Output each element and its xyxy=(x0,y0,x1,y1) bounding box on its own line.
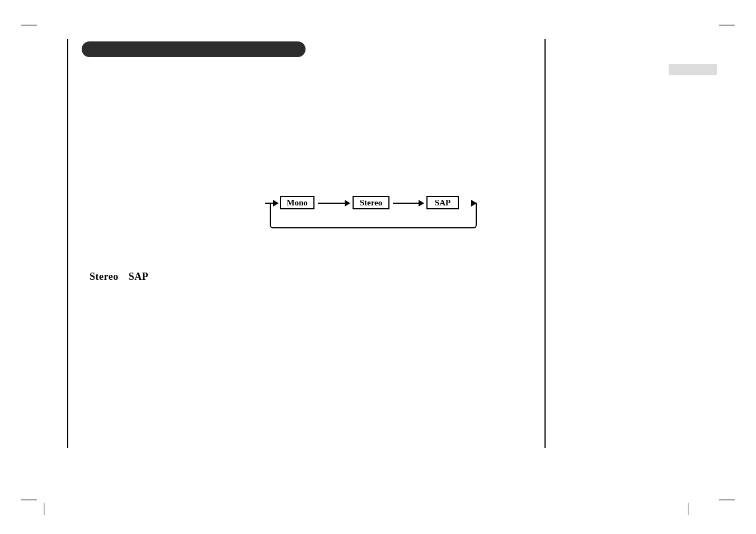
arrow-icon xyxy=(265,203,278,204)
content-column: Mono Stereo SAP xyxy=(67,39,546,448)
section-heading-bar xyxy=(82,41,306,57)
mode-node-stereo: Stereo xyxy=(353,196,389,209)
label-sap: SAP xyxy=(129,271,149,282)
footer-tick xyxy=(688,503,689,515)
arrow-icon xyxy=(318,203,349,204)
audio-mode-cycle-diagram: Mono Stereo SAP xyxy=(270,203,477,236)
label-stereo: Stereo xyxy=(90,271,119,282)
footer-tick xyxy=(44,503,45,515)
mode-label-line: Stereo SAP xyxy=(90,271,148,283)
arrow-icon xyxy=(462,203,476,204)
crop-mark xyxy=(21,499,37,500)
page-corner-block xyxy=(669,64,717,75)
arrow-icon xyxy=(393,203,423,204)
mode-node-mono: Mono xyxy=(280,196,314,209)
page-root: Mono Stereo SAP Stereo SAP xyxy=(0,0,756,534)
crop-mark xyxy=(719,499,735,500)
mode-node-sap: SAP xyxy=(426,196,459,209)
crop-mark xyxy=(21,25,37,26)
crop-mark xyxy=(719,25,735,26)
